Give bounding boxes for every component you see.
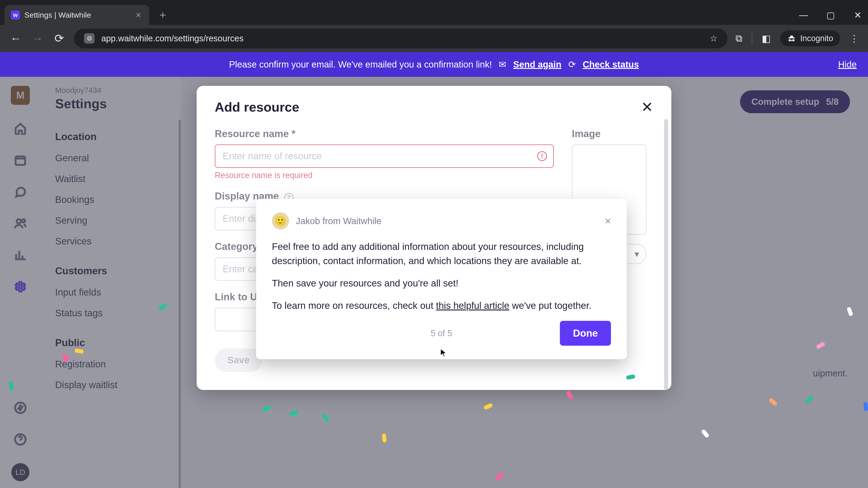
toolbar-separator [752, 32, 752, 45]
site-info-icon[interactable]: ⚙ [84, 33, 94, 43]
incognito-label: Incognito [800, 34, 833, 43]
browser-toolbar: ← → ⟳ ⚙ app.waitwhile.com/settings/resou… [0, 25, 868, 52]
modal-close-icon[interactable]: ✕ [641, 100, 653, 114]
image-label: Image [572, 128, 653, 139]
tour-para-3: To learn more on resources, check out th… [272, 298, 611, 313]
tab-close-icon[interactable]: × [136, 10, 141, 20]
confetti-piece [863, 402, 868, 411]
banner-check-status-link[interactable]: Check status [583, 59, 639, 70]
confirm-email-banner: Please confirm your email. We've emailed… [0, 52, 868, 77]
maximize-icon[interactable]: ▢ [825, 10, 836, 20]
cursor-icon [439, 348, 448, 357]
address-bar[interactable]: ⚙ app.waitwhile.com/settings/resources ☆ [74, 29, 727, 48]
tour-body: Feel free to add any additional informat… [272, 239, 611, 313]
window-controls: — ▢ ✕ [798, 10, 864, 20]
favicon-icon: w [11, 10, 20, 20]
bookmark-star-icon[interactable]: ☆ [710, 33, 717, 43]
extensions-icon[interactable]: ⧉ [736, 33, 742, 44]
browser-tab[interactable]: w Settings | Waitwhile × [4, 5, 149, 25]
new-tab-button[interactable]: + [156, 8, 169, 22]
url-text: app.waitwhile.com/settings/resources [101, 34, 243, 43]
tour-para-1: Feel free to add any additional informat… [272, 239, 611, 268]
tab-title: Settings | Waitwhile [24, 11, 91, 20]
banner-text: Please confirm your email. We've emailed… [229, 59, 492, 70]
modal-scrollbar[interactable] [664, 119, 668, 390]
tour-author: Jakob from Waitwhile [296, 216, 381, 226]
resource-name-input[interactable] [215, 144, 554, 168]
minimize-icon[interactable]: — [798, 10, 809, 20]
category-label: Category [215, 241, 258, 252]
tabstrip: w Settings | Waitwhile × + — ▢ ✕ [0, 0, 868, 25]
tour-p3-suffix: we've put together. [509, 300, 591, 311]
app-viewport: Please confirm your email. We've emailed… [0, 52, 868, 488]
close-window-icon[interactable]: ✕ [852, 10, 864, 20]
tour-step-indicator: 5 of 5 [431, 328, 452, 338]
refresh-icon: ⟳ [568, 59, 576, 70]
kebab-menu-icon[interactable]: ⋮ [849, 33, 859, 44]
sidepanel-icon[interactable]: ◧ [762, 33, 771, 44]
back-icon[interactable]: ← [9, 32, 23, 45]
modal-title: Add resource [215, 99, 299, 115]
field-resource-name: Resource name * ! Resource name is requi… [215, 128, 554, 180]
tour-popover: 🙂 Jakob from Waitwhile × Feel free to ad… [256, 199, 627, 359]
banner-send-again-link[interactable]: Send again [513, 59, 561, 70]
tour-close-icon[interactable]: × [605, 215, 611, 227]
confetti-piece [382, 433, 386, 443]
tour-done-button[interactable]: Done [560, 321, 611, 346]
tour-author-avatar: 🙂 [272, 213, 289, 230]
incognito-badge[interactable]: Incognito [780, 31, 840, 46]
incognito-icon [787, 34, 796, 43]
tour-para-2: Then save your resources and you're all … [272, 276, 611, 290]
tour-helpful-article-link[interactable]: this helpful article [436, 300, 509, 311]
resource-name-label: Resource name * [215, 128, 554, 139]
tour-p3-prefix: To learn more on resources, check out [272, 300, 436, 311]
chevron-down-icon: ▾ [634, 249, 639, 259]
envelope-icon: ✉ [499, 59, 506, 70]
save-button[interactable]: Save [215, 348, 262, 372]
reload-icon[interactable]: ⟳ [53, 32, 66, 45]
forward-icon[interactable]: → [31, 32, 44, 45]
banner-hide-link[interactable]: Hide [838, 59, 857, 70]
error-icon: ! [537, 151, 547, 161]
resource-name-error: Resource name is required [215, 170, 554, 180]
